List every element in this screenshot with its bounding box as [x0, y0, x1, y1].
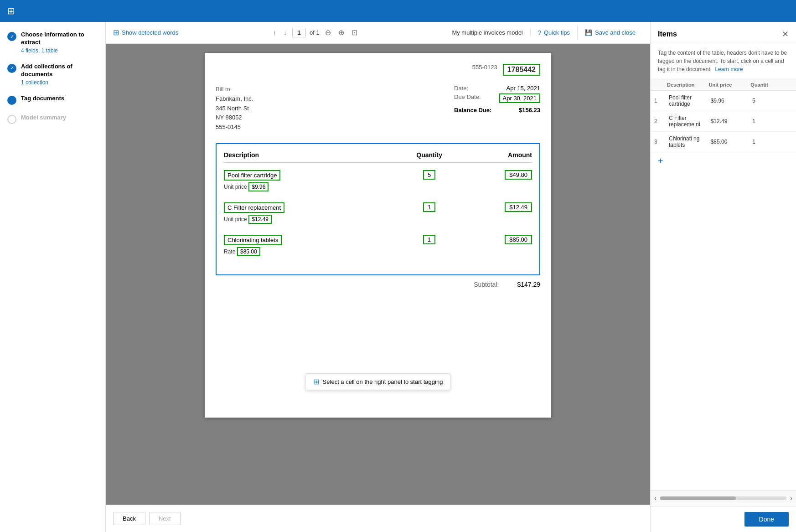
- invoice-header-row: 555-0123 1785442: [216, 64, 540, 76]
- save-close-button[interactable]: 💾 Save and close: [578, 26, 643, 40]
- right-panel-description: Tag the content of the table, headers do…: [651, 43, 796, 79]
- item-1-price: $9.96: [248, 182, 269, 191]
- step-1-icon: ✓: [7, 32, 16, 41]
- row-1-num: 1: [654, 98, 667, 104]
- page-of-label: of 1: [310, 29, 320, 36]
- table-header: Description Quantity Amount: [224, 151, 532, 163]
- item-3-price-label: Rate: [224, 248, 235, 255]
- next-button[interactable]: Next: [149, 512, 181, 525]
- learn-more-link[interactable]: Learn more: [715, 66, 743, 72]
- page-down-button[interactable]: ↓: [282, 28, 289, 37]
- page-up-button[interactable]: ↑: [271, 28, 278, 37]
- step-1[interactable]: ✓ Choose information to extract 4 fields…: [7, 31, 98, 54]
- doc-viewport[interactable]: 555-0123 1785442 Bill to: Fabrikam, Inc.…: [106, 44, 650, 505]
- row-3-quantity[interactable]: 1: [750, 139, 792, 145]
- col-amt-header: Amount: [464, 151, 532, 159]
- center-area: ⊞ Show detected words ↑ ↓ of 1 ⊖ ⊕ ⊡ My …: [106, 22, 650, 532]
- item-1-amt: $49.80: [464, 170, 532, 180]
- row-1-description[interactable]: Pool filter cartridge: [667, 94, 709, 107]
- right-panel-header: Items ✕: [651, 22, 796, 43]
- tooltip-text: Select a cell on the right panel to star…: [323, 378, 443, 385]
- item-2-qty: 1: [395, 202, 464, 212]
- right-panel-footer: Done: [651, 506, 796, 532]
- invoice-table: Description Quantity Amount Pool filter …: [216, 143, 540, 275]
- show-words-label: Show detected words: [122, 29, 178, 36]
- add-row-button[interactable]: +: [651, 152, 671, 170]
- back-button[interactable]: Back: [113, 512, 145, 525]
- col-num-header: [654, 82, 667, 88]
- item-2-price-label: Unit price: [224, 216, 247, 222]
- item-1-amt-val: $49.80: [505, 170, 532, 180]
- row-3-description[interactable]: Chlorinati ng tablets: [667, 135, 709, 148]
- date-section: Date: Apr 15, 2021 Due Date: Apr 30, 202…: [454, 85, 540, 132]
- item-3-price: $85.00: [237, 247, 260, 256]
- item-2-name: C Filter replacement: [224, 202, 284, 213]
- bill-to-section: Bill to: Fabrikam, Inc. 345 North St NY …: [216, 85, 253, 132]
- item-2-qty-val: 1: [423, 202, 435, 212]
- scroll-thumb: [660, 496, 736, 500]
- invoice-content: 555-0123 1785442 Bill to: Fabrikam, Inc.…: [205, 53, 551, 418]
- right-panel-close-button[interactable]: ✕: [782, 29, 789, 39]
- grid-icon[interactable]: ⊞: [7, 5, 15, 16]
- page-number-input[interactable]: [292, 28, 306, 37]
- bill-to-label: Bill to:: [216, 85, 253, 94]
- invoice-meta: Bill to: Fabrikam, Inc. 345 North St NY …: [216, 85, 540, 132]
- doc-toolbar: ⊞ Show detected words ↑ ↓ of 1 ⊖ ⊕ ⊡ My …: [106, 22, 650, 44]
- step-4-label: Model summary: [21, 114, 66, 122]
- help-icon: ?: [538, 29, 541, 36]
- step-1-label: Choose information to extract: [21, 31, 98, 46]
- col-qty-header: Quantity: [395, 151, 464, 159]
- balance-due-label: Balance Due:: [454, 107, 491, 114]
- row-1-quantity[interactable]: 5: [750, 98, 792, 104]
- item-1-qty: 5: [395, 170, 464, 180]
- top-bar: ⊞: [0, 0, 796, 22]
- add-icon: +: [658, 156, 663, 166]
- item-2-amt-val: $12.49: [505, 202, 532, 212]
- scroll-left-button[interactable]: ‹: [651, 492, 660, 504]
- left-sidebar: ✓ Choose information to extract 4 fields…: [0, 22, 106, 532]
- table-row-3: Chlorinating tablets Rate $85.00 1 $85.0…: [224, 235, 532, 256]
- item-3-amt-val: $85.00: [505, 235, 532, 244]
- row-1-price[interactable]: $9.96: [709, 98, 751, 104]
- step-2[interactable]: ✓ Add collections of documents 1 collect…: [7, 63, 98, 86]
- row-3-num: 3: [654, 139, 667, 145]
- items-table-header: Description Unit price Quantit: [651, 79, 796, 91]
- item-3-desc: Chlorinating tablets Rate $85.00: [224, 235, 395, 256]
- col-description-header: Description: [667, 82, 709, 88]
- items-row-3[interactable]: 3 Chlorinati ng tablets $85.00 1: [651, 132, 796, 152]
- row-3-price[interactable]: $85.00: [709, 139, 751, 145]
- page-controls: ↑ ↓ of 1 ⊖ ⊕ ⊡: [271, 27, 359, 38]
- items-row-2[interactable]: 2 C Filter replaceme nt $12.49 1: [651, 111, 796, 132]
- step-1-sublabel: 4 fields, 1 table: [21, 47, 98, 54]
- nav-buttons: Back Next: [106, 505, 650, 532]
- step-2-label: Add collections of documents: [21, 63, 98, 78]
- doc-scroll: 555-0123 1785442 Bill to: Fabrikam, Inc.…: [115, 53, 641, 418]
- items-table: Description Unit price Quantit 1 Pool fi…: [651, 79, 796, 490]
- item-2-price: $12.49: [248, 215, 272, 224]
- model-name: My multiple invoices model: [452, 29, 530, 36]
- save-close-label: Save and close: [595, 29, 636, 36]
- scroll-track[interactable]: [660, 496, 786, 500]
- col-quantity-header: Quantit: [750, 82, 792, 88]
- due-date-value: Apr 30, 2021: [499, 93, 540, 103]
- row-2-quantity[interactable]: 1: [750, 118, 792, 124]
- quick-tips-button[interactable]: ? Quick tips: [531, 26, 578, 40]
- step-3[interactable]: Tag documents: [7, 95, 98, 105]
- row-2-price[interactable]: $12.49: [709, 118, 751, 124]
- right-panel-title: Items: [658, 30, 677, 38]
- item-1-name: Pool filter cartridge: [224, 170, 280, 181]
- fit-page-button[interactable]: ⊡: [350, 27, 359, 38]
- zoom-out-button[interactable]: ⊖: [323, 27, 333, 38]
- row-2-description[interactable]: C Filter replaceme nt: [667, 115, 709, 128]
- items-row-1[interactable]: 1 Pool filter cartridge $9.96 5: [651, 91, 796, 111]
- done-button[interactable]: Done: [744, 512, 789, 527]
- tagging-tooltip: ⊞ Select a cell on the right panel to st…: [305, 373, 451, 390]
- tooltip-icon: ⊞: [313, 377, 319, 386]
- item-3-qty-val: 1: [423, 235, 435, 244]
- zoom-in-button[interactable]: ⊕: [336, 27, 346, 38]
- col-unit-price-header: Unit price: [709, 82, 751, 88]
- scroll-right-button[interactable]: ›: [786, 492, 796, 504]
- show-detected-words-button[interactable]: ⊞ Show detected words: [113, 28, 178, 37]
- date-value: Apr 15, 2021: [507, 85, 540, 92]
- zoom-controls: ⊖ ⊕ ⊡: [323, 27, 359, 38]
